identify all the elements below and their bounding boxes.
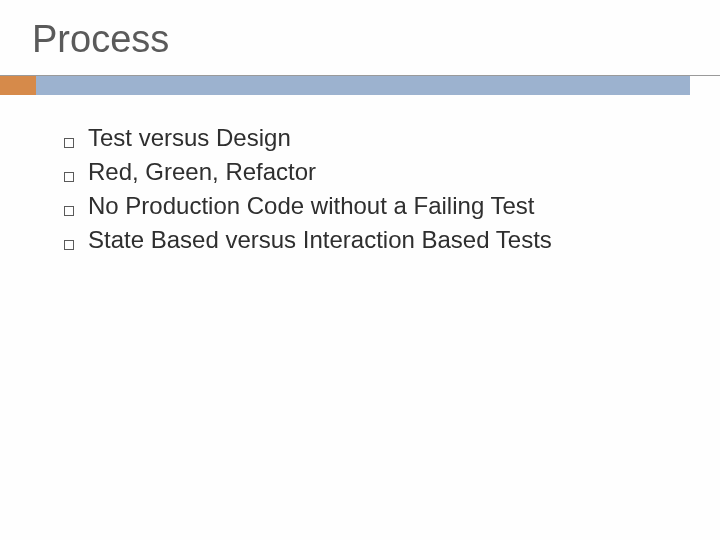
list-item: No Production Code without a Failing Tes… [64,191,690,221]
square-bullet-icon [64,240,74,250]
square-bullet-icon [64,138,74,148]
bullet-text: Test versus Design [88,123,291,153]
list-item: State Based versus Interaction Based Tes… [64,225,690,255]
square-bullet-icon [64,172,74,182]
list-item: Red, Green, Refactor [64,157,690,187]
bullet-text: No Production Code without a Failing Tes… [88,191,534,221]
list-item: Test versus Design [64,123,690,153]
slide-title: Process [32,18,690,61]
slide: Process Test versus Design Red, Green, R… [0,0,720,540]
square-bullet-icon [64,206,74,216]
rule-accent [0,76,36,95]
bullet-text: Red, Green, Refactor [88,157,316,187]
bullet-text: State Based versus Interaction Based Tes… [88,225,552,255]
rule-band [36,76,690,95]
title-rule [0,75,720,95]
content-area: Test versus Design Red, Green, Refactor … [64,123,690,255]
